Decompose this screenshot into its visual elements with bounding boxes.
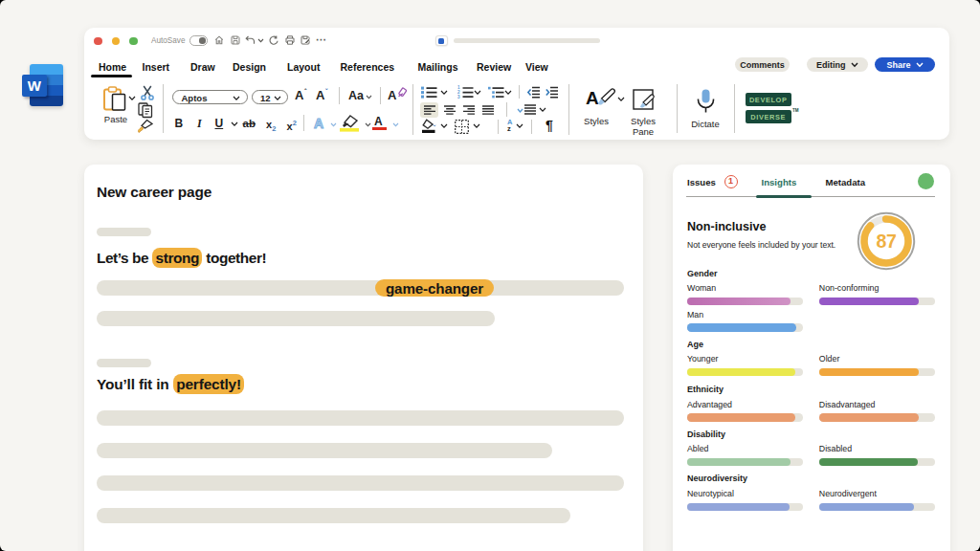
svg-text:87: 87 [876,231,896,252]
svg-text:3: 3 [457,95,460,99]
